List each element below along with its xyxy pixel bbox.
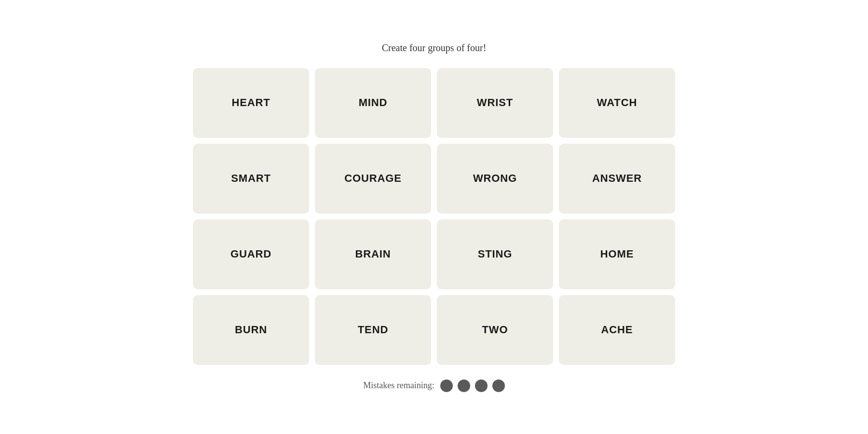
word-tile[interactable]: ANSWER [559,144,675,214]
tile-label: COURAGE [344,172,402,185]
word-tile[interactable]: TEND [315,295,431,365]
word-tile[interactable]: GUARD [193,219,309,289]
word-tile[interactable]: WATCH [559,68,675,138]
tile-label: HEART [231,96,270,109]
tile-label: SMART [231,172,271,185]
word-tile[interactable]: COURAGE [315,144,431,214]
tile-label: WRIST [477,96,513,109]
word-grid: HEARTMINDWRISTWATCHSMARTCOURAGEWRONGANSW… [193,68,675,365]
tile-label: WATCH [597,96,637,109]
tile-label: BURN [235,324,267,336]
tile-label: ACHE [601,324,633,336]
mistake-dot [492,380,505,392]
tile-label: ANSWER [592,172,642,185]
word-tile[interactable]: WRONG [437,144,553,214]
instruction-text: Create four groups of four! [382,42,487,54]
word-tile[interactable]: BURN [193,295,309,365]
mistake-dot [475,380,488,392]
tile-label: GUARD [231,248,271,260]
word-tile[interactable]: ACHE [559,295,675,365]
word-tile[interactable]: WRIST [437,68,553,138]
mistakes-label: Mistakes remaining: [363,380,434,391]
word-tile[interactable]: SMART [193,144,309,214]
word-tile[interactable]: HOME [559,219,675,289]
word-tile[interactable]: MIND [315,68,431,138]
mistake-dot [458,380,470,392]
mistakes-dots [440,380,505,392]
tile-label: HOME [600,248,634,260]
tile-label: MIND [359,96,388,109]
word-tile[interactable]: HEART [193,68,309,138]
word-tile[interactable]: TWO [437,295,553,365]
tile-label: STING [478,248,513,260]
mistakes-row: Mistakes remaining: [363,380,504,392]
tile-label: TWO [482,324,508,336]
tile-label: WRONG [473,172,517,185]
word-tile[interactable]: BRAIN [315,219,431,289]
tile-label: BRAIN [355,248,391,260]
word-tile[interactable]: STING [437,219,553,289]
game-container: Create four groups of four! HEARTMINDWRI… [193,42,675,392]
mistake-dot [440,380,453,392]
tile-label: TEND [358,324,388,336]
